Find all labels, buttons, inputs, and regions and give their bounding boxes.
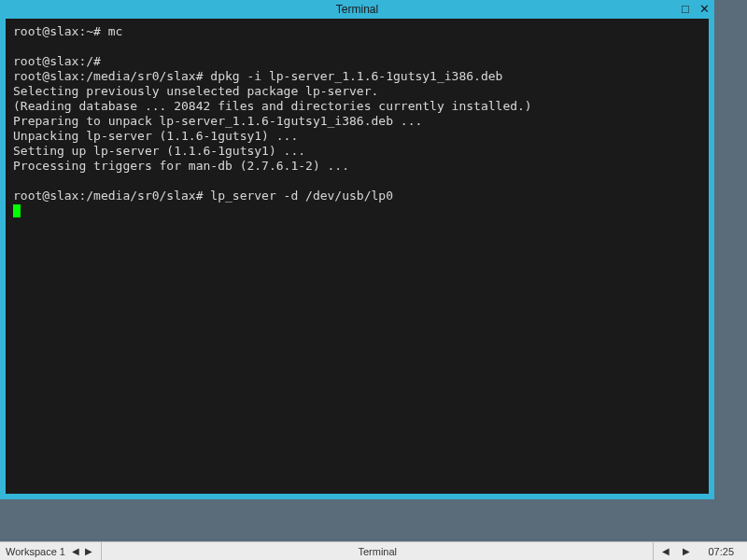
terminal-line: Preparing to unpack lp-server_1.1.6-1gut…: [13, 114, 422, 128]
terminal-cursor: [13, 204, 21, 217]
terminal-output[interactable]: root@slax:~# mc root@slax:/# root@slax:/…: [6, 19, 709, 494]
window-titlebar[interactable]: Terminal □ ✕: [0, 0, 714, 19]
tray-prev-icon[interactable]: ◀: [659, 546, 672, 556]
maximize-icon[interactable]: □: [679, 3, 692, 16]
taskbar-active-app[interactable]: Terminal: [102, 542, 654, 560]
taskbar: Workspace 1 ◀ ▶ Terminal ◀ ▶ 07:25: [0, 541, 747, 560]
terminal-line: root@slax:/media/sr0/slax# dpkg -i lp-se…: [13, 69, 502, 83]
workspace-switcher[interactable]: Workspace 1 ◀ ▶: [0, 542, 102, 560]
terminal-line: Setting up lp-server (1.1.6-1gutsy1) ...: [13, 144, 305, 158]
terminal-line: Processing triggers for man-db (2.7.6.1-…: [13, 159, 349, 173]
window-title: Terminal: [336, 3, 378, 16]
terminal-line: (Reading database ... 20842 files and di…: [13, 99, 532, 113]
terminal-line: root@slax:/media/sr0/slax# lp_server -d …: [13, 189, 393, 203]
tray-next-icon[interactable]: ▶: [680, 546, 693, 556]
workspace-prev-icon[interactable]: ◀: [69, 546, 82, 556]
terminal-line: Unpacking lp-server (1.1.6-1gutsy1) ...: [13, 129, 298, 143]
window-controls: □ ✕: [679, 0, 711, 19]
clock[interactable]: 07:25: [700, 546, 741, 557]
terminal-window: Terminal □ ✕ root@slax:~# mc root@slax:/…: [0, 0, 714, 499]
workspace-label: Workspace 1: [6, 546, 69, 557]
workspace-next-icon[interactable]: ▶: [82, 546, 95, 556]
terminal-line: root@slax:/#: [13, 54, 101, 68]
close-icon[interactable]: ✕: [698, 3, 711, 16]
terminal-line: Selecting previously unselected package …: [13, 84, 378, 98]
taskbar-right: ◀ ▶ 07:25: [654, 542, 747, 560]
terminal-line: root@slax:~# mc: [13, 24, 122, 38]
active-app-label: Terminal: [358, 546, 397, 557]
